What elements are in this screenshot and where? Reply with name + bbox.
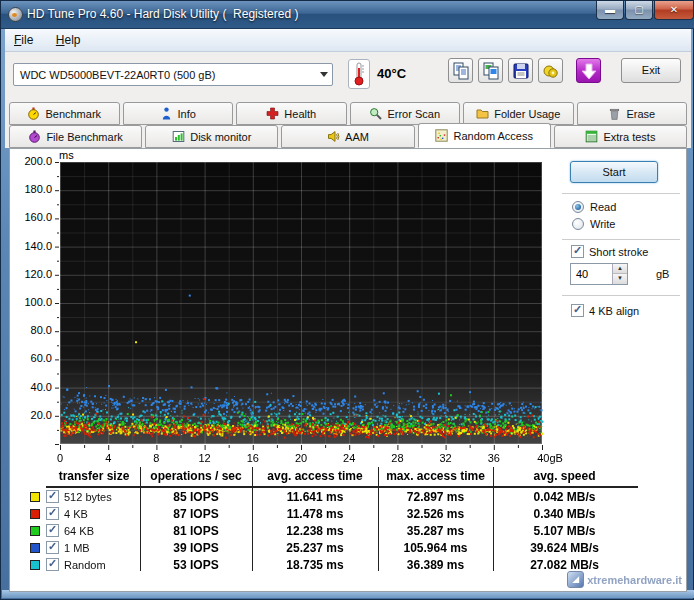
x-axis-label: 40gB bbox=[533, 452, 567, 464]
x-axis-label: 32 bbox=[429, 452, 463, 464]
tab-disk-monitor[interactable]: Disk monitor bbox=[145, 125, 278, 148]
col-avg-access: avg. access time bbox=[252, 469, 378, 483]
menu-bar: File Help bbox=[5, 29, 691, 52]
cell-avg: 12.238 ms bbox=[252, 524, 378, 538]
app-window: HD Tune Pro 4.60 - Hard Disk Utility ( R… bbox=[0, 0, 694, 600]
cell-speed: 39.624 MB/s bbox=[493, 541, 636, 555]
cell-avg: 11.641 ms bbox=[252, 490, 378, 504]
tab-aam[interactable]: AAM bbox=[281, 125, 414, 148]
col-max-access: max. access time bbox=[378, 469, 493, 483]
row-checkbox[interactable] bbox=[46, 558, 59, 571]
spinner-up-button[interactable]: ▲ bbox=[612, 264, 627, 274]
tab-label: Benchmark bbox=[45, 108, 101, 120]
series-swatch bbox=[30, 509, 40, 519]
tab-label: Erase bbox=[626, 108, 655, 120]
tab-label: Info bbox=[178, 108, 196, 120]
row-checkbox[interactable] bbox=[46, 524, 59, 537]
align-checkbox[interactable] bbox=[571, 304, 584, 317]
col-operations: operations / sec bbox=[140, 469, 252, 483]
col-transfer-size: transfer size bbox=[48, 469, 140, 483]
watermark-text: xtremehardware.it bbox=[587, 574, 682, 586]
tab-health[interactable]: Health bbox=[236, 102, 347, 125]
menu-file[interactable]: File bbox=[5, 29, 42, 47]
minimize-button[interactable]: ▬ bbox=[596, 1, 624, 20]
cell-speed: 0.042 MB/s bbox=[493, 490, 636, 504]
cell-ops: 53 IOPS bbox=[140, 558, 252, 572]
x-axis-label: 0 bbox=[43, 452, 77, 464]
tab-random-access[interactable]: Random Access bbox=[418, 123, 551, 148]
magnifier-icon bbox=[369, 107, 382, 120]
row-label: 1 MB bbox=[64, 542, 90, 554]
menu-help[interactable]: Help bbox=[47, 29, 90, 47]
cell-max: 36.389 ms bbox=[378, 558, 493, 572]
copy-pages-button[interactable] bbox=[448, 58, 473, 83]
tab-extra-tests[interactable]: Extra tests bbox=[554, 125, 687, 148]
tab-label: Extra tests bbox=[603, 131, 655, 143]
tab-folder-usage[interactable]: Folder Usage bbox=[463, 102, 574, 125]
row-label: 64 KB bbox=[64, 525, 94, 537]
x-axis-label: 20 bbox=[284, 452, 318, 464]
extra-tests-icon bbox=[585, 130, 598, 143]
folder-icon bbox=[476, 107, 489, 120]
cell-speed: 5.107 MB/s bbox=[493, 524, 636, 538]
row-label: 4 KB bbox=[64, 508, 88, 520]
tab-label: Folder Usage bbox=[494, 108, 560, 120]
x-axis-label: 4 bbox=[91, 452, 125, 464]
download-button[interactable] bbox=[576, 58, 601, 83]
tab-benchmark[interactable]: Benchmark bbox=[9, 102, 120, 125]
cell-speed: 27.082 MB/s bbox=[493, 558, 636, 572]
separator bbox=[562, 295, 680, 296]
short-stroke-size-field[interactable]: ▲ ▼ bbox=[570, 263, 628, 285]
close-button[interactable]: ✕ bbox=[654, 1, 694, 20]
chevron-down-icon bbox=[320, 72, 328, 77]
title-bar[interactable]: HD Tune Pro 4.60 - Hard Disk Utility ( R… bbox=[1, 1, 694, 29]
save-button[interactable] bbox=[508, 58, 533, 83]
tab-label: Health bbox=[284, 108, 316, 120]
gauge-purple-icon bbox=[28, 130, 41, 143]
y-axis-label: 20.0 bbox=[12, 409, 52, 421]
start-button[interactable]: Start bbox=[570, 161, 658, 183]
watermark[interactable]: ◢ xtremehardware.it bbox=[567, 571, 682, 588]
health-cross-icon bbox=[266, 107, 279, 120]
y-axis-label: 100.0 bbox=[12, 296, 52, 308]
series-swatch bbox=[30, 492, 40, 502]
short-stroke-checkbox[interactable] bbox=[571, 245, 584, 258]
row-checkbox[interactable] bbox=[46, 541, 59, 554]
y-axis-label: 200.0 bbox=[12, 155, 52, 167]
read-radio[interactable] bbox=[572, 201, 584, 213]
tab-info[interactable]: Info bbox=[123, 102, 234, 125]
stroke-unit-label: gB bbox=[656, 268, 669, 280]
drive-selector[interactable]: WDC WD5000BEVT-22A0RT0 (500 gB) bbox=[13, 63, 333, 86]
cell-avg: 11.478 ms bbox=[252, 507, 378, 521]
cell-ops: 81 IOPS bbox=[140, 524, 252, 538]
watermark-logo-icon: ◢ bbox=[567, 571, 584, 588]
spinner-down-button[interactable]: ▼ bbox=[612, 274, 627, 284]
tab-label: AAM bbox=[345, 131, 369, 143]
short-stroke-size-input[interactable] bbox=[574, 267, 614, 281]
row-checkbox[interactable] bbox=[46, 507, 59, 520]
temperature-value: 40°C bbox=[377, 66, 406, 81]
tab-file-benchmark[interactable]: File Benchmark bbox=[9, 125, 142, 148]
download-arrow-icon bbox=[578, 60, 600, 82]
series-swatch bbox=[30, 560, 40, 570]
export-button[interactable] bbox=[538, 58, 563, 83]
row-checkbox[interactable] bbox=[46, 490, 59, 503]
separator bbox=[562, 239, 680, 240]
maximize-button[interactable]: ▢ bbox=[625, 1, 653, 20]
copy-image-button[interactable] bbox=[478, 58, 503, 83]
tab-erase[interactable]: Erase bbox=[577, 102, 688, 125]
trash-icon bbox=[608, 107, 621, 120]
write-radio[interactable] bbox=[572, 218, 584, 230]
row-label: 512 bytes bbox=[64, 491, 112, 503]
y-axis-label: 120.0 bbox=[12, 268, 52, 280]
write-label: Write bbox=[590, 218, 615, 230]
cell-max: 72.897 ms bbox=[378, 490, 493, 504]
app-disk-icon bbox=[8, 7, 23, 22]
tab-error-scan[interactable]: Error Scan bbox=[350, 102, 461, 125]
x-axis-label: 36 bbox=[477, 452, 511, 464]
exit-button[interactable]: Exit bbox=[621, 58, 681, 83]
copy-image-icon bbox=[480, 60, 502, 82]
bar-chart-icon bbox=[172, 130, 185, 143]
cell-max: 32.526 ms bbox=[378, 507, 493, 521]
x-axis-label: 24 bbox=[332, 452, 366, 464]
